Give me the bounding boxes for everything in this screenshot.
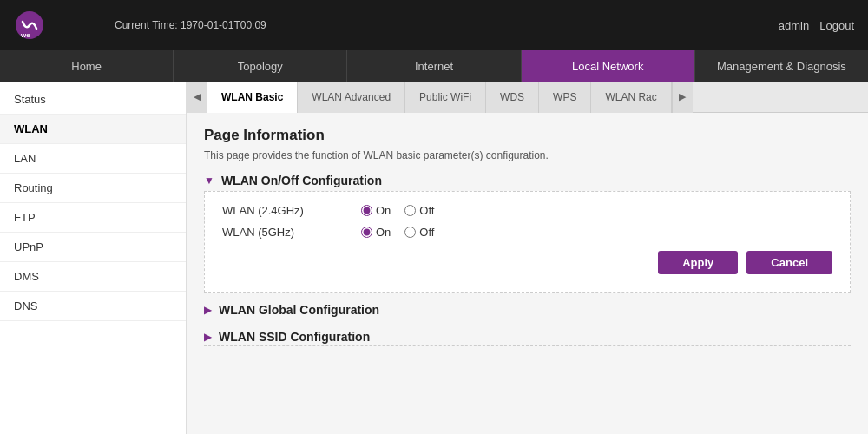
section-global-divider <box>204 319 851 319</box>
section-wlan-onoff: ▼ WLAN On/Off Configuration WLAN (2.4GHz… <box>204 174 851 293</box>
button-row: Apply Cancel <box>222 251 832 274</box>
section-ssid-title: WLAN SSID Configuration <box>219 330 370 344</box>
logout-link[interactable]: Logout <box>819 19 854 32</box>
sidebar-item-upnp[interactable]: UPnP <box>0 233 186 262</box>
section-onoff-body: WLAN (2.4GHz) On Off <box>204 191 851 293</box>
nav-home[interactable]: Home <box>0 50 174 82</box>
wlan-5ghz-row: WLAN (5GHz) On Off <box>222 226 832 239</box>
wlan-24ghz-off-option[interactable]: Off <box>404 204 434 217</box>
tab-wlan-basic[interactable]: WLAN Basic <box>207 82 298 113</box>
tab-wlan-rac[interactable]: WLAN Rac <box>591 82 671 113</box>
tab-wlan-advanced[interactable]: WLAN Advanced <box>298 82 405 113</box>
wlan-24ghz-off-radio[interactable] <box>404 205 416 216</box>
nav-local-network[interactable]: Local Network <box>522 50 695 82</box>
section-wlan-global: ▶ WLAN Global Configuration <box>204 303 851 319</box>
wlan-5ghz-on-option[interactable]: On <box>361 226 391 239</box>
section-onoff-title: WLAN On/Off Configuration <box>221 174 382 187</box>
cancel-button[interactable]: Cancel <box>746 251 832 274</box>
content-area: ◀ WLAN Basic WLAN Advanced Public WiFi W… <box>187 82 868 434</box>
apply-button[interactable]: Apply <box>658 251 738 274</box>
wlan-24ghz-row: WLAN (2.4GHz) On Off <box>222 204 832 217</box>
nav-topology[interactable]: Topology <box>174 50 347 82</box>
section-onoff-header[interactable]: ▼ WLAN On/Off Configuration <box>204 174 851 187</box>
section-global-header[interactable]: ▶ WLAN Global Configuration <box>204 303 851 317</box>
svg-text:we: we <box>20 31 30 39</box>
admin-link[interactable]: admin <box>779 19 809 32</box>
sidebar-item-wlan[interactable]: WLAN <box>0 115 186 144</box>
section-wlan-ssid: ▶ WLAN SSID Configuration <box>204 330 851 346</box>
page-description: This page provides the function of WLAN … <box>204 149 851 161</box>
section-ssid-header[interactable]: ▶ WLAN SSID Configuration <box>204 330 851 344</box>
sidebar-item-ftp[interactable]: FTP <box>0 203 186 233</box>
tab-wds[interactable]: WDS <box>486 82 539 113</box>
section-ssid-divider <box>204 345 851 346</box>
tab-public-wifi[interactable]: Public WiFi <box>405 82 486 113</box>
header: we Current Time: 1970-01-01T00:09 admin … <box>0 0 868 50</box>
page-area: Page Information This page provides the … <box>187 113 868 371</box>
header-user-area: admin Logout <box>779 19 854 32</box>
nav-internet[interactable]: Internet <box>347 50 521 82</box>
main-layout: Status WLAN LAN Routing FTP UPnP DMS DNS… <box>0 82 868 434</box>
section-global-arrow: ▶ <box>204 304 212 316</box>
wlan-24ghz-on-label: On <box>376 204 391 217</box>
wlan-24ghz-off-label: Off <box>419 204 434 217</box>
wlan-5ghz-on-radio[interactable] <box>361 227 372 238</box>
wlan-5ghz-on-label: On <box>376 226 391 239</box>
current-time: Current Time: 1970-01-01T00:09 <box>115 19 266 31</box>
section-ssid-arrow: ▶ <box>204 331 212 343</box>
main-nav: Home Topology Internet Local Network Man… <box>0 50 868 82</box>
sidebar-item-lan[interactable]: LAN <box>0 144 186 174</box>
wlan-5ghz-label: WLAN (5GHz) <box>222 226 361 239</box>
tab-bar: ◀ WLAN Basic WLAN Advanced Public WiFi W… <box>187 82 868 113</box>
tab-wps[interactable]: WPS <box>539 82 591 113</box>
section-global-title: WLAN Global Configuration <box>219 303 379 317</box>
sidebar-item-dms[interactable]: DMS <box>0 262 186 292</box>
sidebar: Status WLAN LAN Routing FTP UPnP DMS DNS <box>0 82 187 434</box>
wlan-5ghz-off-option[interactable]: Off <box>404 226 434 239</box>
wlan-24ghz-label: WLAN (2.4GHz) <box>222 204 361 217</box>
wlan-24ghz-on-option[interactable]: On <box>361 204 391 217</box>
tab-prev-button[interactable]: ◀ <box>187 82 207 113</box>
wlan-5ghz-radio-group: On Off <box>361 226 434 239</box>
we-logo: we <box>14 10 45 41</box>
sidebar-item-dns[interactable]: DNS <box>0 292 186 321</box>
tab-next-button[interactable]: ▶ <box>672 82 693 113</box>
wlan-5ghz-off-radio[interactable] <box>404 227 416 238</box>
wlan-24ghz-radio-group: On Off <box>361 204 434 217</box>
sidebar-item-routing[interactable]: Routing <box>0 174 186 203</box>
section-onoff-arrow: ▼ <box>204 174 214 187</box>
page-title: Page Information <box>204 127 851 144</box>
sidebar-item-status[interactable]: Status <box>0 85 186 115</box>
nav-management[interactable]: Management & Diagnosis <box>695 50 868 82</box>
wlan-5ghz-off-label: Off <box>419 226 434 239</box>
wlan-24ghz-on-radio[interactable] <box>361 205 372 216</box>
logo-area: we <box>14 10 45 41</box>
